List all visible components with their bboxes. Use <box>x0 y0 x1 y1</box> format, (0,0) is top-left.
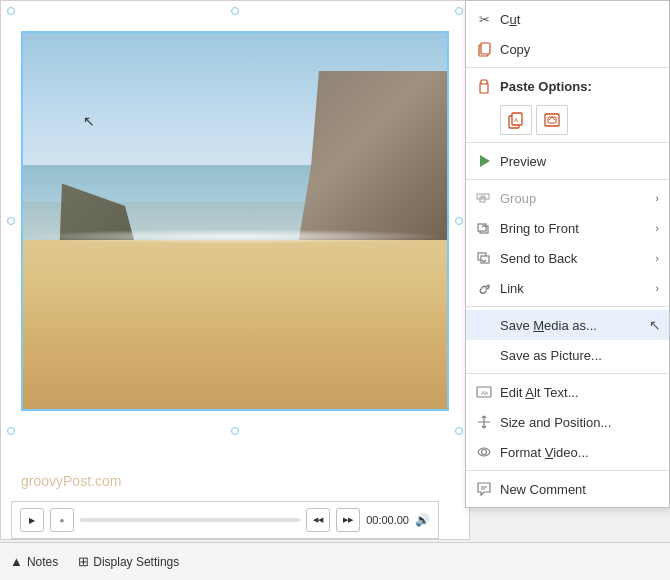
copy-icon <box>474 39 494 59</box>
menu-item-copy[interactable]: Copy <box>466 34 669 64</box>
handle-middle-right[interactable] <box>455 217 463 225</box>
display-settings-label: Display Settings <box>93 555 179 569</box>
menu-item-format-video[interactable]: Format Video... <box>466 437 669 467</box>
svg-text:Alt: Alt <box>481 390 488 396</box>
format-video-icon <box>474 442 494 462</box>
display-settings-icon: ⊞ <box>78 554 89 569</box>
cursor-indicator: ↖ <box>649 317 661 333</box>
cursor-arrow: ↖ <box>83 113 95 125</box>
record-button[interactable] <box>50 508 74 532</box>
preview-icon <box>474 151 494 171</box>
new-comment-label: New Comment <box>500 482 659 497</box>
menu-item-group[interactable]: Group › <box>466 183 669 213</box>
handle-middle-left[interactable] <box>7 217 15 225</box>
notes-label: Notes <box>27 555 58 569</box>
size-position-icon <box>474 412 494 432</box>
separator-2 <box>466 142 669 143</box>
copy-label: Copy <box>500 42 659 57</box>
handle-top-left[interactable] <box>7 7 15 15</box>
group-arrow: › <box>655 192 659 204</box>
sand-layer <box>23 240 447 409</box>
notes-icon: ▲ <box>10 554 23 569</box>
separator-1 <box>466 67 669 68</box>
paste-icon <box>474 76 494 96</box>
send-to-back-label: Send to Back <box>500 251 655 266</box>
format-video-label: Format Video... <box>500 445 659 460</box>
wave-foam <box>23 229 447 244</box>
edit-alt-label: Edit Alt Text... <box>500 385 659 400</box>
beach-scene <box>23 33 447 409</box>
video-frame[interactable]: ↖ <box>21 31 449 411</box>
menu-item-size-and-position[interactable]: Size and Position... <box>466 407 669 437</box>
svg-rect-3 <box>481 80 487 84</box>
save-as-picture-label: Save as Picture... <box>500 348 659 363</box>
size-position-label: Size and Position... <box>500 415 659 430</box>
progress-bar[interactable] <box>80 518 300 522</box>
display-settings-button[interactable]: ⊞ Display Settings <box>78 554 179 569</box>
svg-marker-9 <box>480 155 490 167</box>
separator-4 <box>466 306 669 307</box>
preview-label: Preview <box>500 154 659 169</box>
rewind-button[interactable] <box>306 508 330 532</box>
paste-btn-2[interactable] <box>536 105 568 135</box>
volume-icon[interactable]: 🔊 <box>415 513 430 527</box>
forward-button[interactable] <box>336 508 360 532</box>
menu-item-save-media-as[interactable]: Save Media as... ↖ <box>466 310 669 340</box>
send-to-back-icon <box>474 248 494 268</box>
context-menu: ✂ Cut Copy Paste Options: A Preview <box>465 0 670 508</box>
edit-alt-icon: Alt <box>474 382 494 402</box>
paste-options-label: Paste Options: <box>500 79 659 94</box>
svg-rect-1 <box>481 43 490 54</box>
separator-6 <box>466 470 669 471</box>
menu-item-new-comment[interactable]: New Comment <box>466 474 669 504</box>
handle-top-right[interactable] <box>455 7 463 15</box>
play-button[interactable] <box>20 508 44 532</box>
new-comment-icon <box>474 479 494 499</box>
menu-item-cut[interactable]: ✂ Cut <box>466 4 669 34</box>
separator-3 <box>466 179 669 180</box>
notes-button[interactable]: ▲ Notes <box>10 554 58 569</box>
save-media-label: Save Media as... <box>500 318 659 333</box>
svg-text:A: A <box>514 117 518 123</box>
menu-item-link[interactable]: Link › <box>466 273 669 303</box>
menu-item-send-to-back[interactable]: Send to Back › <box>466 243 669 273</box>
link-arrow: › <box>655 282 659 294</box>
link-label: Link <box>500 281 655 296</box>
bring-to-front-arrow: › <box>655 222 659 234</box>
save-picture-icon <box>474 345 494 365</box>
send-to-back-arrow: › <box>655 252 659 264</box>
handle-bottom-left[interactable] <box>7 427 15 435</box>
handle-bottom-right[interactable] <box>455 427 463 435</box>
menu-item-preview[interactable]: Preview <box>466 146 669 176</box>
video-container[interactable]: ↖ <box>11 11 459 431</box>
time-display: 00:00.00 <box>366 514 409 526</box>
watermark: groovyPost.com <box>21 473 121 489</box>
paste-icons-row: A <box>466 101 669 139</box>
cut-icon: ✂ <box>474 9 494 29</box>
bring-to-front-icon <box>474 218 494 238</box>
link-icon <box>474 278 494 298</box>
menu-item-edit-alt-text[interactable]: Alt Edit Alt Text... <box>466 377 669 407</box>
svg-point-19 <box>482 450 487 455</box>
slide-canvas: ↖ 00:00.00 🔊 groovyPost.com <box>0 0 470 540</box>
handle-top-middle[interactable] <box>231 7 239 15</box>
video-controls-bar: 00:00.00 🔊 <box>11 501 439 539</box>
handle-bottom-middle[interactable] <box>231 427 239 435</box>
menu-item-bring-to-front[interactable]: Bring to Front › <box>466 213 669 243</box>
menu-item-save-as-picture[interactable]: Save as Picture... <box>466 340 669 370</box>
bottom-bar: ▲ Notes ⊞ Display Settings <box>0 542 670 580</box>
bring-to-front-label: Bring to Front <box>500 221 655 236</box>
svg-rect-7 <box>545 114 559 126</box>
separator-5 <box>466 373 669 374</box>
group-label: Group <box>500 191 655 206</box>
paste-btn-1[interactable]: A <box>500 105 532 135</box>
svg-rect-16 <box>481 256 489 263</box>
group-icon <box>474 188 494 208</box>
cut-label: Cut <box>500 12 659 27</box>
save-media-icon <box>474 315 494 335</box>
menu-item-paste-options-label: Paste Options: <box>466 71 669 101</box>
